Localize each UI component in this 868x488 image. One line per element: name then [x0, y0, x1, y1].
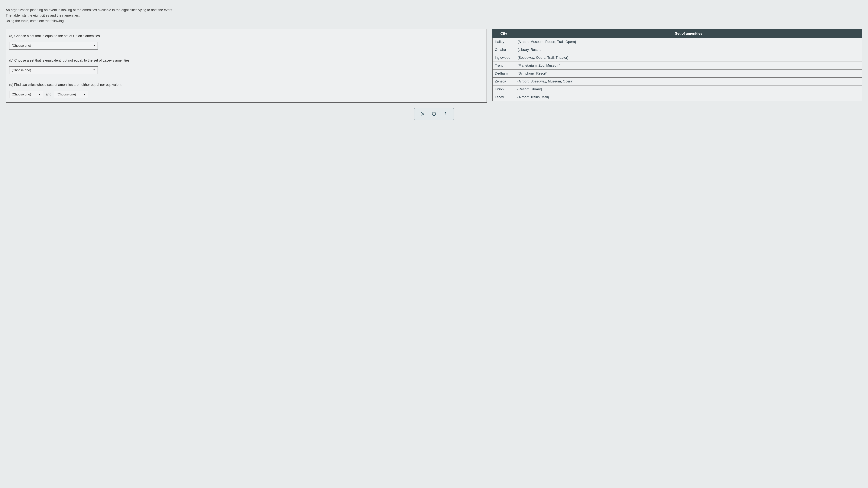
question-c-select-2-label: (Choose one): [57, 92, 76, 97]
table-row: Dedham{Symphony, Resort}: [492, 69, 862, 77]
table-cell-amenities: {Library, Resort}: [515, 46, 862, 54]
question-c: (c) Find two cities whose sets of amenit…: [6, 78, 487, 102]
clear-button[interactable]: [417, 109, 428, 118]
table-row: Hailey{Airport, Museum, Resort, Trail, O…: [492, 38, 862, 46]
intro-line-3: Using the table, complete the following.: [6, 19, 862, 24]
table-cell-amenities: {Symphony, Resort}: [515, 69, 862, 77]
question-a-select[interactable]: (Choose one) ▼: [9, 42, 98, 50]
table-row: Zeneca{Airport, Speedway, Museum, Opera}: [492, 77, 862, 85]
questions-panel: (a) Choose a set that is equal to the se…: [6, 29, 487, 103]
table-cell-amenities: {Airport, Museum, Resort, Trail, Opera}: [515, 38, 862, 46]
table-cell-amenities: {Airport, Trains, Mall}: [515, 93, 862, 101]
table-row: Lacey{Airport, Trains, Mall}: [492, 93, 862, 101]
question-b-text: (b) Choose a set that is equivalent, but…: [9, 58, 483, 63]
table-cell-city: Inglewood: [492, 54, 515, 62]
help-button[interactable]: [440, 109, 451, 118]
table-header-amenities: Set of amenities: [515, 29, 862, 38]
table-cell-city: Union: [492, 85, 515, 93]
table-header-city: City: [492, 29, 515, 38]
chevron-down-icon: ▼: [93, 68, 95, 72]
question-a: (a) Choose a set that is equal to the se…: [6, 29, 487, 54]
table-row: Trent{Planetarium, Zoo, Museum}: [492, 62, 862, 69]
reset-icon: [431, 111, 437, 117]
question-c-text: (c) Find two cities whose sets of amenit…: [9, 82, 483, 87]
question-b-select[interactable]: (Choose one) ▼: [9, 66, 98, 74]
table-cell-amenities: {Resort, Library}: [515, 85, 862, 93]
question-a-select-label: (Choose one): [12, 43, 31, 48]
table-row: Inglewood{Speedway, Opera, Trail, Theate…: [492, 54, 862, 62]
table-cell-amenities: {Airport, Speedway, Museum, Opera}: [515, 77, 862, 85]
intro-line-1: An organization planning an event is loo…: [6, 7, 862, 12]
question-b-select-label: (Choose one): [12, 68, 31, 73]
chevron-down-icon: ▼: [83, 93, 86, 96]
amenities-table: City Set of amenities Hailey{Airport, Mu…: [492, 29, 862, 101]
question-c-select-1[interactable]: (Choose one) ▼: [9, 91, 43, 98]
table-row: Omaha{Library, Resort}: [492, 46, 862, 54]
table-cell-amenities: {Speedway, Opera, Trail, Theater}: [515, 54, 862, 62]
question-c-and: and: [46, 92, 52, 97]
chevron-down-icon: ▼: [38, 93, 41, 96]
chevron-down-icon: ▼: [93, 44, 95, 47]
question-a-text: (a) Choose a set that is equal to the se…: [9, 34, 483, 39]
table-cell-city: Dedham: [492, 69, 515, 77]
question-b: (b) Choose a set that is equivalent, but…: [6, 54, 487, 78]
table-cell-city: Hailey: [492, 38, 515, 46]
question-c-select-1-label: (Choose one): [12, 92, 31, 97]
intro-line-2: The table lists the eight cities and the…: [6, 13, 862, 18]
table-cell-city: Zeneca: [492, 77, 515, 85]
answer-toolbar: [6, 108, 862, 120]
table-cell-city: Lacey: [492, 93, 515, 101]
help-icon: [443, 111, 448, 117]
x-icon: [420, 111, 425, 117]
intro-text: An organization planning an event is loo…: [6, 7, 862, 24]
table-cell-city: Trent: [492, 62, 515, 69]
reset-button[interactable]: [428, 109, 440, 118]
table-cell-amenities: {Planetarium, Zoo, Museum}: [515, 62, 862, 69]
table-row: Union{Resort, Library}: [492, 85, 862, 93]
table-cell-city: Omaha: [492, 46, 515, 54]
question-c-select-2[interactable]: (Choose one) ▼: [54, 91, 88, 98]
